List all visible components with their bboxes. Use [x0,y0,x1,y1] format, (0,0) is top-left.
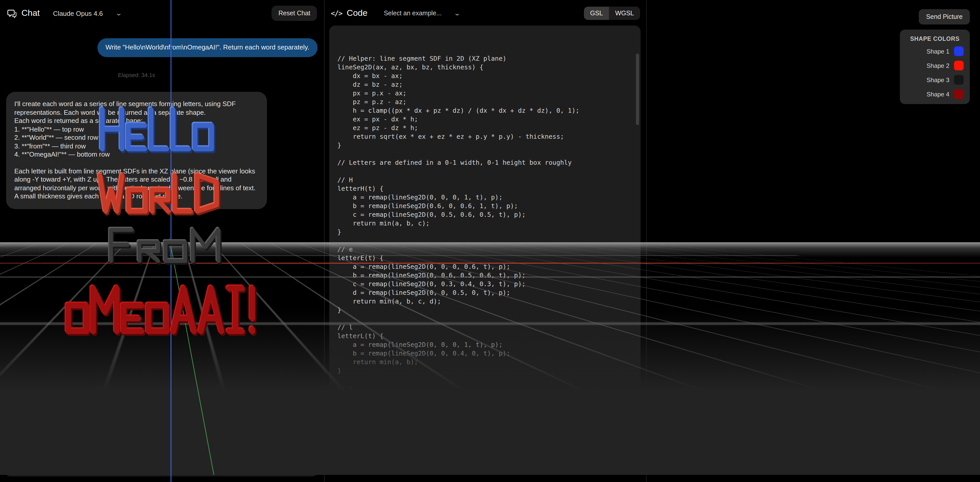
tab-gsl[interactable]: GSL [584,6,609,20]
chevron-down-icon: ⌄ [454,10,461,17]
chat-panel-title: Chat [21,8,40,18]
elapsed-time-label: Elapsed: 34.1s [0,72,273,78]
chat-bubble-icon [7,8,17,18]
model-selector-value: Claude Opus 4.6 [53,10,103,17]
assistant-paragraph: I'll create each word as a series of lin… [14,100,259,117]
assistant-paragraph: Each letter is built from line segment S… [14,167,259,201]
reset-chat-button[interactable]: Reset Chat [272,6,317,21]
chat-header: Chat Claude Opus 4.6 ⌄ Reset Chat [0,0,324,27]
assistant-word-list: 1. **"Hello"** — top row2. **"World"** —… [14,125,259,159]
paragraph-spacer [14,159,259,167]
example-selector[interactable]: Select an example... ⌄ [384,10,460,17]
tab-wgsl[interactable]: WGSL [609,6,640,20]
code-header: </> Code Select an example... ⌄ GSL WGSL [325,0,646,27]
app: Chat Claude Opus 4.6 ⌄ Reset Chat Write … [0,0,980,482]
assistant-list-item: 3. **"from"** — third row [14,142,259,151]
code-brackets-icon: </> [331,9,342,17]
horizon-fog [0,242,330,258]
code-panel-title: Code [347,8,368,18]
model-selector[interactable]: Claude Opus 4.6 ⌄ [53,10,121,17]
x-axis-line [0,263,330,263]
language-tab-group: GSL WGSL [584,6,640,20]
assistant-list-item: 1. **"Hello"** — top row [14,125,259,134]
chevron-down-icon: ⌄ [115,10,122,17]
example-selector-value: Select an example... [384,10,442,17]
assistant-list-item: 4. **"OmegaAI!"** — bottom row [14,151,259,159]
assistant-list-item: 2. **"World"** — second row [14,134,259,142]
user-message-bubble: Write "Hello\nWorld\nfrom\nOmegaAI!". Re… [97,38,318,57]
code-scrollbar[interactable] [636,54,639,125]
assistant-paragraph: Each word is returned as a separate shap… [14,117,259,125]
z-axis-line [170,0,171,475]
assistant-message-bubble: I'll create each word as a series of lin… [6,92,267,209]
grid-fade-overlay [0,243,330,475]
